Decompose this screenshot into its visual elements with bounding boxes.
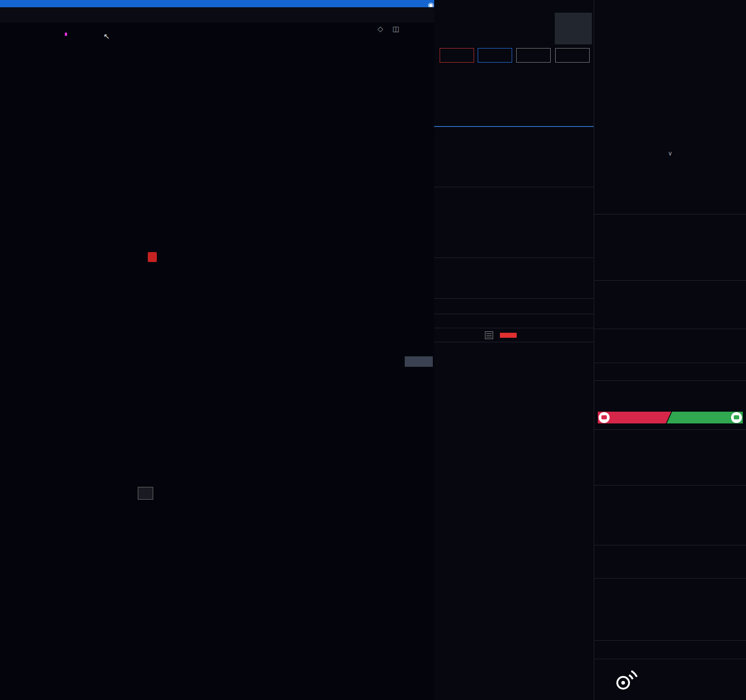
- main-force-bar: [500, 333, 517, 338]
- panel-toggle-icon[interactable]: ◫: [392, 24, 399, 33]
- alert-button[interactable]: [555, 48, 590, 63]
- alert-table: [594, 549, 746, 561]
- price-axis-tag: [405, 356, 433, 367]
- f10-panel: ∨: [594, 0, 746, 700]
- margin-table-header: [594, 489, 746, 501]
- bid-ask-divider: [434, 126, 594, 127]
- sector-box[interactable]: [555, 13, 592, 44]
- net-profit-chart: [594, 26, 746, 89]
- watermark: [614, 666, 746, 697]
- drawing-dot: [65, 33, 67, 36]
- detail-icon[interactable]: [485, 331, 493, 339]
- thumb-down-icon[interactable]: [731, 412, 742, 423]
- dividend-row: [594, 450, 746, 465]
- diamond-icon[interactable]: ◇: [378, 24, 383, 33]
- chart-toolbar: [0, 7, 436, 23]
- buy-button[interactable]: [440, 48, 474, 63]
- app-window: ◉ ↖ ◇ ◫: [0, 0, 746, 700]
- kline-chart[interactable]: ↖ ◇ ◫: [0, 23, 435, 700]
- thumb-up-icon[interactable]: [599, 412, 610, 423]
- sell-button[interactable]: [478, 48, 512, 63]
- buy-marker-badge: [148, 252, 157, 262]
- quote-panel: [434, 0, 594, 700]
- kline-canvas: [0, 23, 434, 700]
- fund-row: [594, 434, 746, 447]
- chevron-down-icon[interactable]: ∨: [594, 150, 746, 157]
- sentiment-bar[interactable]: [598, 412, 743, 423]
- main-force-row[interactable]: [434, 329, 594, 341]
- cancel-button[interactable]: [516, 48, 551, 63]
- rank-marker-badge[interactable]: [138, 487, 153, 500]
- high-annotation-arrow-icon: ↖: [103, 32, 110, 41]
- margin-ratio-row: [594, 468, 746, 482]
- weibo-icon: [614, 668, 638, 692]
- margin-table: [594, 489, 746, 501]
